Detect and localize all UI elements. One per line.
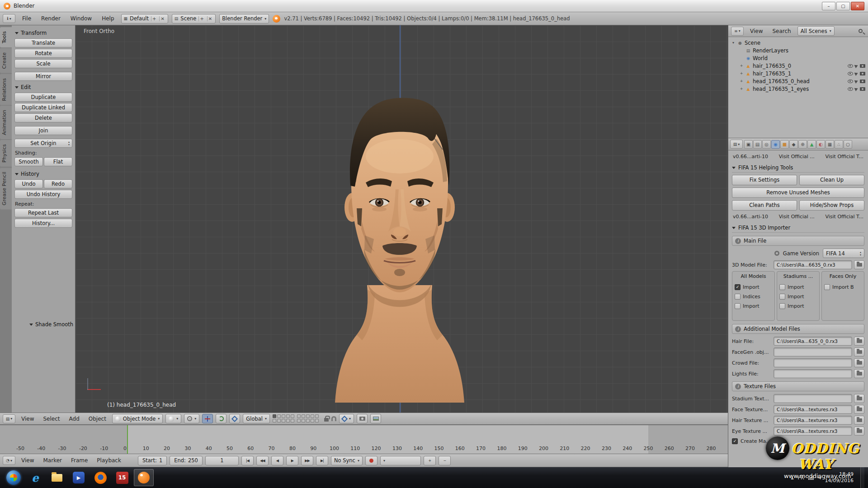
editor-type-timeline-icon[interactable]: ◔▾ xyxy=(3,456,15,465)
search-icon[interactable] xyxy=(859,29,863,33)
expand-icon[interactable]: + xyxy=(739,64,744,68)
properties-tab-modifiers[interactable]: ⊕ xyxy=(798,140,807,149)
browse-folder-button[interactable] xyxy=(854,369,864,378)
viewport-menu-object[interactable]: Object xyxy=(85,416,109,422)
window-titlebar[interactable]: Blender – ▢ ✕ xyxy=(0,0,868,12)
undo-button[interactable]: Undo xyxy=(14,179,43,188)
importer-panel-header[interactable]: FIFA 15 3D Importer xyxy=(732,223,864,233)
toolshelf-tab-animation[interactable]: Animation xyxy=(0,106,12,139)
viewport-menu-select[interactable]: Select xyxy=(40,416,63,422)
toolshelf-tab-create[interactable]: Create xyxy=(0,48,12,73)
import-option[interactable]: Indices xyxy=(735,292,772,301)
additional-files-subpanel-header[interactable]: iAdditional Model Files xyxy=(732,324,864,334)
clean-paths-button[interactable]: Clean Paths xyxy=(732,200,797,211)
mode-dropdown[interactable]: Object Mode ▾ xyxy=(112,414,163,423)
browse-model-file-button[interactable] xyxy=(854,260,864,269)
play-button[interactable]: ▶ xyxy=(286,456,298,465)
camera-icon[interactable] xyxy=(860,87,865,91)
editor-type-icon[interactable]: ℹ▾ xyxy=(3,14,15,23)
properties-tab-render-layers[interactable]: ▤ xyxy=(753,140,762,149)
duplicate-linked-button[interactable]: Duplicate Linked xyxy=(14,103,72,112)
translate-button[interactable]: Translate xyxy=(14,38,72,47)
outliner-menu-search[interactable]: Search xyxy=(769,28,794,34)
import-option[interactable]: ✓Import xyxy=(735,282,772,292)
import-option[interactable]: Import xyxy=(779,301,817,311)
import-option[interactable]: Import B xyxy=(824,282,862,292)
timeline-menu-playback[interactable]: Playback xyxy=(94,457,124,464)
layer-dot[interactable] xyxy=(286,419,290,422)
fix-settings-button[interactable]: Fix Settings xyxy=(732,175,797,185)
redo-button[interactable]: Redo xyxy=(44,179,72,188)
clean-up-button[interactable]: Clean Up xyxy=(799,175,864,185)
join-button[interactable]: Join xyxy=(14,126,72,135)
layer-dot[interactable] xyxy=(282,414,285,418)
browse-folder-button[interactable] xyxy=(854,416,864,425)
layer-dot[interactable] xyxy=(286,414,290,418)
start-frame-field[interactable]: Start: 1 xyxy=(138,456,167,465)
remove-unused-meshes-button[interactable]: Remove Unused Meshes xyxy=(732,188,864,198)
set-origin-dropdown[interactable]: Set Origin▴ ▾ xyxy=(14,139,72,148)
panel-transform-header[interactable]: Transform xyxy=(15,30,72,36)
camera-icon[interactable] xyxy=(860,72,865,75)
layer-dot[interactable] xyxy=(315,419,319,422)
timeline-strip[interactable]: -50-40-30-20-100102030405060708090100110… xyxy=(0,425,728,454)
layer-dot[interactable] xyxy=(277,419,281,422)
properties-tab-texture[interactable]: ▦ xyxy=(826,140,834,149)
mirror-button[interactable]: Mirror xyxy=(14,72,72,81)
file-path-field[interactable] xyxy=(774,358,852,367)
helping-tools-panel-header[interactable]: FIFA 15 Helping Tools xyxy=(732,163,864,173)
toolshelf-tab-tools[interactable]: Tools xyxy=(0,27,12,47)
checkbox[interactable] xyxy=(824,284,830,290)
outliner-item[interactable]: +▲hair_176635_0 xyxy=(728,62,868,70)
layer-dot[interactable] xyxy=(311,419,314,422)
addon-version-link[interactable]: v0.66...arti-10 xyxy=(733,214,768,220)
browse-folder-button[interactable] xyxy=(854,394,864,403)
play-reverse-button[interactable]: ◀ xyxy=(271,456,283,465)
browse-folder-button[interactable] xyxy=(854,347,864,357)
previous-keyframe-button[interactable]: ◀◀ xyxy=(256,456,269,465)
panel-edit-header[interactable]: Edit xyxy=(15,84,72,90)
undo-history-button[interactable]: Undo History xyxy=(14,190,72,199)
visit-official-link[interactable]: Visit Official ... xyxy=(779,214,815,220)
properties-tab-world[interactable]: ◉ xyxy=(771,140,780,149)
checkbox[interactable] xyxy=(735,294,741,300)
layer-dot[interactable] xyxy=(282,419,285,422)
add-scene-button[interactable]: + xyxy=(198,16,204,21)
checkbox[interactable] xyxy=(779,303,785,309)
eye-icon[interactable] xyxy=(848,80,853,83)
layer-dot[interactable] xyxy=(297,419,301,422)
eye-icon[interactable] xyxy=(848,72,853,75)
current-frame-cursor[interactable] xyxy=(127,425,128,454)
jump-to-end-button[interactable]: ▶| xyxy=(316,456,328,465)
shade-flat-button[interactable]: Flat xyxy=(44,157,72,166)
layers-widget[interactable] xyxy=(273,414,321,423)
viewport-menu-view[interactable]: View xyxy=(18,416,37,422)
properties-tab-object-data[interactable]: ▲ xyxy=(807,140,816,149)
minimize-button[interactable]: – xyxy=(822,2,835,10)
viewport-shading-dropdown[interactable]: ▾ xyxy=(165,414,181,423)
manipulator-rotate-toggle[interactable] xyxy=(216,414,226,423)
toolshelf-tab-relations[interactable]: Relations xyxy=(0,74,12,105)
scene-selector[interactable]: ▤ Scene + ✕ xyxy=(172,14,216,23)
file-path-field[interactable] xyxy=(774,369,852,378)
keying-set-dropdown[interactable]: ▾ xyxy=(380,456,421,465)
visit-official-thread-link[interactable]: Visit Official T... xyxy=(825,214,863,220)
editor-type-outliner-icon[interactable]: ≡▾ xyxy=(731,27,744,36)
import-option[interactable]: Import xyxy=(779,282,817,292)
panel-history-header[interactable]: History xyxy=(15,171,72,177)
layer-dot[interactable] xyxy=(302,419,305,422)
insert-keyframe-button[interactable]: + xyxy=(424,456,436,465)
addon-version-link[interactable]: v0.66...arti-10 xyxy=(733,154,768,160)
toolshelf-tab-physics[interactable]: Physics xyxy=(0,140,12,167)
pointer-icon[interactable] xyxy=(854,86,859,91)
timeline-menu-view[interactable]: View xyxy=(18,457,37,464)
editor-type-3dview-icon[interactable]: ▤▾ xyxy=(3,414,15,423)
expand-icon[interactable]: + xyxy=(739,71,744,75)
delete-layout-button[interactable]: ✕ xyxy=(159,16,165,21)
explorer-taskbar-icon[interactable] xyxy=(47,469,67,486)
render-engine-dropdown[interactable]: Blender Render ▾ xyxy=(219,14,269,23)
auto-keyframe-button[interactable] xyxy=(365,456,377,465)
outliner-item[interactable]: ▤RenderLayers xyxy=(728,47,868,54)
file-path-field[interactable]: C:\Users\Ra...textures.rx3 xyxy=(774,405,852,414)
eye-icon[interactable] xyxy=(848,87,853,91)
